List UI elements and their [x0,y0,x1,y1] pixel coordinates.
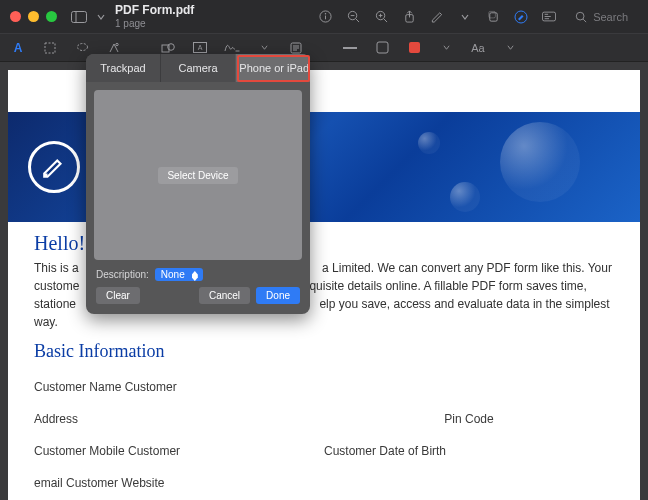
popover-actions: Clear Cancel Done [86,287,310,314]
fill-color-icon[interactable] [406,40,422,56]
sidebar-toggle-icon[interactable] [71,11,87,23]
info-icon[interactable] [318,10,332,24]
text-style-icon[interactable]: A [10,40,26,56]
basic-information-heading: Basic Information [34,341,614,362]
banner-bubble-decoration [500,122,580,202]
field-pin-code: Pin Code [324,412,614,426]
dropdown-chevron-icon[interactable] [502,40,518,56]
form-icon[interactable] [542,10,556,24]
fullscreen-window-button[interactable] [46,11,57,22]
edit-emblem-icon [28,141,80,193]
search-placeholder: Search [593,11,628,23]
filename-label: PDF Form.pdf [115,4,194,17]
select-rect-icon[interactable] [42,40,58,56]
field-customer-name: Customer Name Customer [34,380,324,394]
select-device-button[interactable]: Select Device [158,167,237,184]
description-select-wrap[interactable]: None [155,268,203,281]
share-icon[interactable] [402,10,416,24]
tab-camera[interactable]: Camera [160,54,235,82]
svg-line-22 [583,19,586,22]
field-email-website: email Customer Website [34,476,324,490]
field-dob: Customer Date of Birth [324,444,614,458]
tab-iphone-ipad[interactable]: iPhone or iPad [235,54,310,82]
banner-bubble-decoration [450,182,480,212]
stroke-color-icon[interactable] [374,40,390,56]
description-select[interactable]: None [155,268,203,281]
line-weight-icon[interactable] [342,40,358,56]
dropdown-chevron-icon[interactable] [458,10,472,24]
title-bar-right: Search [318,7,638,27]
tab-trackpad[interactable]: Trackpad [86,54,160,82]
svg-rect-36 [377,42,388,53]
document-title-group: PDF Form.pdf 1 page [115,4,194,28]
signature-popover: Trackpad Camera iPhone or iPad Select De… [86,54,310,314]
title-bar: PDF Form.pdf 1 page Search [0,0,648,34]
description-row: Description: None [86,268,310,287]
svg-point-24 [77,43,87,50]
svg-point-21 [576,12,584,20]
zoom-in-icon[interactable] [374,10,388,24]
clear-button[interactable]: Clear [96,287,140,304]
svg-rect-37 [409,42,420,53]
svg-line-9 [383,19,386,22]
rotate-icon[interactable] [486,10,500,24]
svg-text:A: A [198,44,203,51]
signature-canvas[interactable]: Select Device [94,90,302,260]
svg-rect-38 [44,174,47,177]
field-mobile: Customer Mobile Customer [34,444,324,458]
form-fields: Customer Name Customer Address Pin Code … [34,380,614,490]
description-label: Description: [96,269,149,280]
signature-source-tabs: Trackpad Camera iPhone or iPad [86,54,310,82]
page-count-label: 1 page [115,18,194,29]
search-icon [574,10,588,24]
markup-pencil-icon[interactable] [430,10,444,24]
text-format-icon[interactable]: Aa [470,40,486,56]
banner-bubble-decoration [418,132,440,154]
dropdown-chevron-icon[interactable] [438,40,454,56]
dropdown-chevron-icon[interactable] [97,13,105,21]
done-button[interactable]: Done [256,287,300,304]
svg-rect-0 [72,11,87,22]
markup-toggle-icon[interactable] [514,10,528,24]
cancel-button[interactable]: Cancel [199,287,250,304]
svg-line-6 [355,19,358,22]
window-controls [10,11,57,22]
svg-rect-14 [489,13,496,21]
field-address: Address [34,412,324,426]
minimize-window-button[interactable] [28,11,39,22]
search-field[interactable]: Search [570,7,638,27]
close-window-button[interactable] [10,11,21,22]
svg-point-25 [116,43,118,45]
svg-point-4 [324,13,325,14]
zoom-out-icon[interactable] [346,10,360,24]
svg-rect-23 [45,43,55,53]
